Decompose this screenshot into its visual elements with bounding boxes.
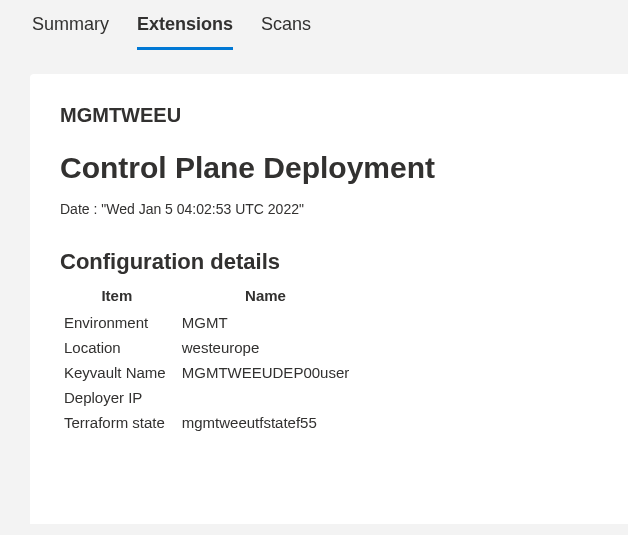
section-title: Configuration details xyxy=(60,249,598,275)
row-name: MGMT xyxy=(174,310,358,335)
tab-extensions[interactable]: Extensions xyxy=(137,14,233,50)
col-header-item: Item xyxy=(60,285,174,310)
deployment-date: Date : "Wed Jan 5 04:02:53 UTC 2022" xyxy=(60,201,598,217)
row-item: Environment xyxy=(60,310,174,335)
row-name: mgmtweeutfstatef55 xyxy=(174,410,358,435)
table-row: Location westeurope xyxy=(60,335,357,360)
config-table: Item Name Environment MGMT Location west… xyxy=(60,285,357,435)
row-item: Location xyxy=(60,335,174,360)
date-prefix: Date : xyxy=(60,201,101,217)
row-item: Terraform state xyxy=(60,410,174,435)
page-title: Control Plane Deployment xyxy=(60,151,598,185)
table-row: Environment MGMT xyxy=(60,310,357,335)
tab-summary[interactable]: Summary xyxy=(32,14,109,50)
tab-scans[interactable]: Scans xyxy=(261,14,311,50)
table-row: Keyvault Name MGMTWEEUDEP00user xyxy=(60,360,357,385)
deployment-id: MGMTWEEU xyxy=(60,104,598,127)
row-name xyxy=(174,385,358,410)
col-header-name: Name xyxy=(174,285,358,310)
row-item: Keyvault Name xyxy=(60,360,174,385)
table-row: Terraform state mgmtweeutfstatef55 xyxy=(60,410,357,435)
row-name: westeurope xyxy=(174,335,358,360)
row-name: MGMTWEEUDEP00user xyxy=(174,360,358,385)
tabs: Summary Extensions Scans xyxy=(0,0,628,50)
row-item: Deployer IP xyxy=(60,385,174,410)
deployment-card: MGMTWEEU Control Plane Deployment Date :… xyxy=(30,74,628,524)
date-value: "Wed Jan 5 04:02:53 UTC 2022" xyxy=(101,201,304,217)
table-row: Deployer IP xyxy=(60,385,357,410)
